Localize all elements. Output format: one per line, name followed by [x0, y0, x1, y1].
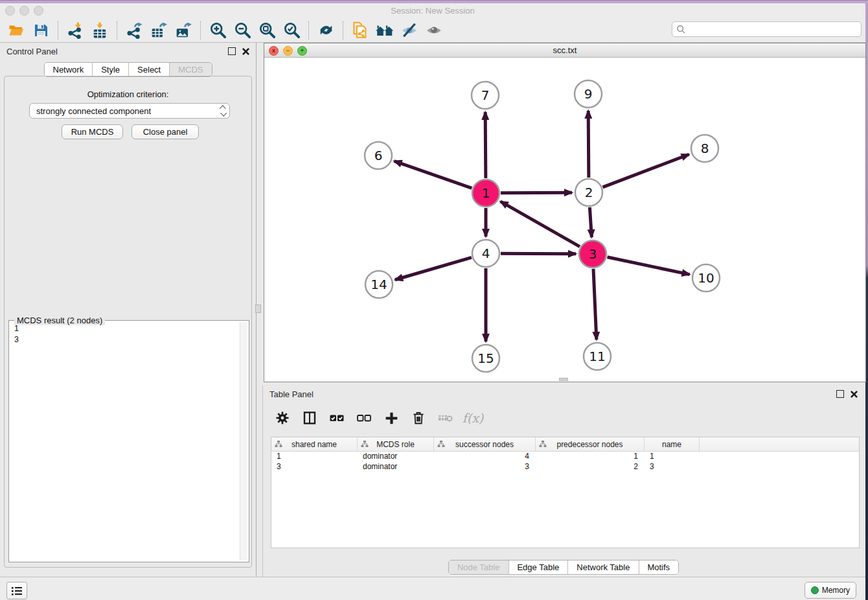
column-header-successor-nodes[interactable]: successor nodes: [434, 437, 536, 451]
function-builder-icon[interactable]: f(x): [461, 408, 485, 428]
float-panel-icon[interactable]: [836, 390, 844, 398]
task-history-button[interactable]: [6, 582, 27, 599]
search-field[interactable]: [672, 21, 862, 37]
delete-row-icon[interactable]: [407, 408, 430, 428]
tab-network-table[interactable]: Network Table: [567, 560, 638, 574]
open-file-icon[interactable]: [4, 20, 29, 41]
float-panel-icon[interactable]: [228, 47, 236, 55]
column-header-filler: [700, 437, 859, 451]
column-header-shared-name[interactable]: shared name: [271, 437, 358, 451]
column-header-label: MCDS role: [376, 440, 415, 449]
window-zoom-icon[interactable]: [34, 6, 43, 16]
edge-3-11[interactable]: [593, 269, 597, 340]
settings-gear-icon[interactable]: [271, 408, 294, 428]
export-table-icon[interactable]: [146, 20, 171, 41]
delete-column-icon[interactable]: [434, 408, 457, 428]
edge-2-9[interactable]: [588, 111, 589, 178]
control-panel: Control Panel NetworkStyleSelectMCDS Opt…: [0, 43, 257, 577]
edge-1-2[interactable]: [501, 192, 572, 193]
edge-2-8[interactable]: [603, 154, 689, 187]
mcds-result-group: MCDS result (2 nodes) 13: [8, 320, 249, 562]
network-window-resize-grip[interactable]: [559, 378, 568, 381]
zoom-fit-icon[interactable]: [255, 20, 279, 41]
table-cell[interactable]: 3: [434, 462, 536, 472]
network-window-titlebar[interactable]: x − + scc.txt: [264, 43, 865, 58]
select-all-icon[interactable]: [325, 408, 348, 428]
import-network-icon[interactable]: [63, 20, 87, 41]
zoom-selected-icon[interactable]: [279, 20, 304, 41]
unselect-all-icon[interactable]: [352, 408, 376, 428]
table-cell[interactable]: 3: [271, 462, 358, 472]
minimize-icon[interactable]: −: [283, 46, 293, 56]
import-table-icon[interactable]: [87, 20, 112, 41]
tab-select[interactable]: Select: [128, 63, 169, 76]
edge-3-1[interactable]: [501, 202, 580, 247]
export-image-icon[interactable]: [171, 20, 196, 41]
network-canvas[interactable]: 7968124314101511: [264, 58, 865, 382]
edge-3-10[interactable]: [608, 257, 690, 275]
window-minimize-icon[interactable]: [19, 6, 29, 16]
table-cell[interactable]: 1: [536, 452, 645, 462]
edge-1-6[interactable]: [394, 161, 472, 189]
edge-4-3[interactable]: [501, 253, 576, 254]
table-cell[interactable]: 1: [645, 452, 700, 462]
table-row[interactable]: 3dominator323: [271, 462, 859, 472]
close-icon[interactable]: x: [269, 46, 279, 56]
edge-4-14[interactable]: [395, 257, 472, 279]
tab-mcds[interactable]: MCDS: [169, 63, 211, 76]
column-view-icon[interactable]: [298, 408, 321, 428]
table-cell[interactable]: 3: [645, 462, 700, 472]
close-panel-button[interactable]: Close panel: [131, 124, 199, 139]
column-header-predecessor-nodes[interactable]: predecessor nodes: [536, 437, 645, 451]
tab-edge-table[interactable]: Edge Table: [508, 560, 567, 574]
split-divider-grip[interactable]: [255, 305, 261, 313]
first-neighbors-icon[interactable]: [372, 20, 397, 41]
edge-1-7[interactable]: [485, 112, 486, 178]
mcds-result-text[interactable]: 13: [10, 323, 240, 560]
add-row-icon[interactable]: [380, 408, 403, 428]
flow-icon: [539, 440, 547, 448]
window-close-icon[interactable]: [5, 6, 15, 16]
run-mcds-button[interactable]: Run MCDS: [62, 124, 123, 139]
graph-node-label: 4: [482, 246, 490, 261]
table-panel-tabs: Node TableEdge TableNetwork TableMotifs: [448, 560, 679, 575]
edge-2-3[interactable]: [589, 207, 591, 237]
column-header-MCDS-role[interactable]: MCDS role: [358, 437, 434, 451]
graph-node-label: 10: [698, 270, 714, 286]
tab-style[interactable]: Style: [92, 63, 128, 76]
table-panel-title: Table Panel: [269, 389, 314, 399]
flow-icon: [275, 440, 282, 448]
zoom-in-icon[interactable]: [205, 20, 230, 41]
table-cell[interactable]: dominator: [358, 462, 434, 472]
close-panel-icon[interactable]: [851, 391, 858, 398]
table-cell[interactable]: 2: [536, 462, 645, 472]
show-graphics-icon[interactable]: [422, 20, 446, 41]
tab-node-table[interactable]: Node Table: [449, 560, 508, 574]
graph-node-label: 1: [482, 185, 490, 201]
save-session-icon[interactable]: [29, 20, 53, 41]
column-header-name[interactable]: name: [645, 437, 700, 451]
graph-node-label: 2: [585, 185, 593, 200]
new-network-from-selection-icon[interactable]: [348, 20, 372, 41]
criterion-value: strongly connected component: [36, 106, 151, 116]
memory-button[interactable]: Memory: [805, 582, 856, 599]
column-header-label: shared name: [291, 440, 337, 449]
table-cell[interactable]: 1: [271, 452, 358, 462]
column-header-label: name: [662, 440, 681, 449]
tab-motifs[interactable]: Motifs: [638, 560, 678, 574]
criterion-dropdown[interactable]: strongly connected component: [29, 103, 230, 119]
hide-selected-icon[interactable]: [397, 20, 422, 41]
close-panel-icon[interactable]: [242, 48, 249, 55]
table-panel: Table Panel f(x) shared nameMCDS rolesuc…: [262, 386, 864, 577]
result-scrollbar[interactable]: [240, 322, 247, 560]
export-network-icon[interactable]: [122, 20, 146, 41]
control-panel-title: Control Panel: [6, 47, 58, 56]
tab-network[interactable]: Network: [44, 63, 92, 76]
zoom-out-icon[interactable]: [230, 20, 255, 41]
zoom-icon[interactable]: +: [297, 46, 307, 56]
table-row[interactable]: 1dominator411: [271, 452, 859, 462]
apply-layout-icon[interactable]: [314, 20, 338, 41]
table-cell[interactable]: 4: [434, 452, 536, 462]
search-input[interactable]: [686, 23, 861, 36]
table-cell[interactable]: dominator: [358, 452, 434, 462]
